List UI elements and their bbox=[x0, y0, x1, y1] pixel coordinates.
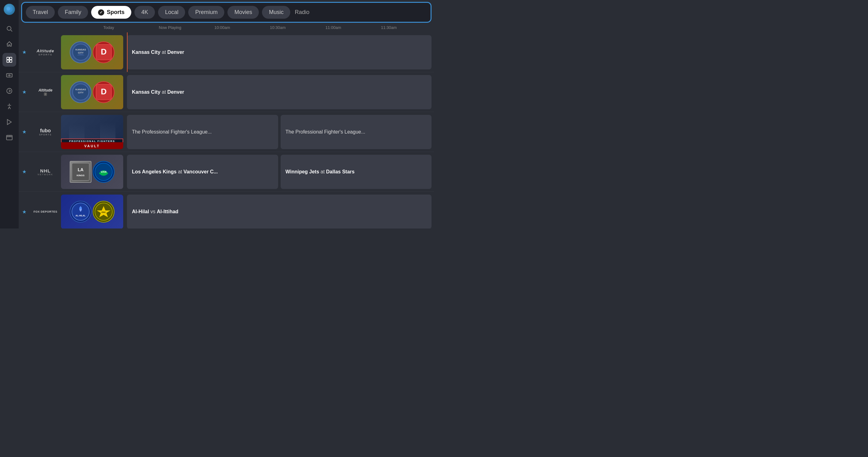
channel-thumbnail-altitude[interactable]: KANSAS CITY D bbox=[61, 35, 123, 69]
filter-chip-sports-label: Sports bbox=[107, 9, 124, 16]
altitude2-sub: 2 bbox=[44, 92, 47, 96]
svg-rect-7 bbox=[10, 60, 12, 62]
filter-chip-travel[interactable]: Travel bbox=[26, 6, 55, 19]
svg-rect-5 bbox=[10, 57, 12, 59]
channel-logo-nhl: NHL NETWORK bbox=[30, 168, 61, 176]
team-badge-kc: KANSAS CITY bbox=[70, 41, 91, 63]
svg-text:VAN: VAN bbox=[101, 170, 106, 173]
svg-point-35 bbox=[79, 207, 82, 209]
filter-chip-radio[interactable]: Radio bbox=[293, 6, 310, 19]
channel-thumbnail-fox[interactable]: AL-HILAL ITFC bbox=[61, 195, 123, 229]
program-slot-nhl-2[interactable]: Winnipeg Jets at Dallas Stars bbox=[281, 155, 432, 189]
program-title-nhl-2: Winnipeg Jets at Dallas Stars bbox=[286, 169, 355, 175]
sidebar bbox=[0, 0, 19, 229]
svg-rect-4 bbox=[7, 57, 9, 59]
channel-star-fox[interactable]: ★ bbox=[19, 209, 30, 215]
program-title-nhl-1: Los Angeles Kings at Vancouver C... bbox=[132, 169, 218, 175]
program-slot-altitude-1[interactable]: Kansas City at Denver bbox=[127, 35, 432, 69]
filter-bar-wrapper: Travel Family ✓ Sports 4K Local Premium … bbox=[21, 2, 432, 23]
app-logo bbox=[4, 4, 15, 15]
sidebar-item-search[interactable] bbox=[2, 22, 16, 35]
timeline-1030: 10:30am bbox=[268, 25, 323, 30]
program-title-fubo-1: The Professional Fighter's League... bbox=[132, 129, 212, 135]
svg-text:KINGS: KINGS bbox=[76, 174, 85, 177]
nhl-logo-text: NHL bbox=[40, 168, 51, 173]
sidebar-item-guide[interactable] bbox=[2, 53, 16, 67]
team-badge-denver2: D bbox=[93, 81, 115, 103]
sidebar-item-home[interactable] bbox=[2, 37, 16, 51]
timeline-today: Today bbox=[101, 25, 156, 30]
svg-text:KANSAS: KANSAS bbox=[75, 88, 86, 91]
program-slot-fubo-1[interactable]: The Professional Fighter's League... bbox=[127, 115, 278, 149]
sidebar-item-video[interactable] bbox=[2, 115, 16, 129]
svg-text:AL-HILAL: AL-HILAL bbox=[75, 215, 86, 217]
channel-row-altitude2: ★ Altitude 2 KANSAS CITY bbox=[19, 72, 434, 112]
program-title-altitude2-1: Kansas City at Denver bbox=[132, 89, 184, 95]
program-slot-altitude2-1[interactable]: Kansas City at Denver bbox=[127, 75, 432, 109]
svg-marker-13 bbox=[7, 119, 11, 125]
timeline-1130: 11:30am bbox=[379, 25, 434, 30]
svg-line-3 bbox=[10, 30, 12, 31]
timeline-1000: 10:00am bbox=[212, 25, 268, 30]
svg-text:CITY: CITY bbox=[78, 91, 84, 94]
filter-chip-premium[interactable]: Premium bbox=[188, 6, 224, 19]
svg-text:CITY: CITY bbox=[78, 51, 84, 54]
svg-text:KANSAS: KANSAS bbox=[75, 48, 86, 51]
main-content: Travel Family ✓ Sports 4K Local Premium … bbox=[19, 0, 434, 229]
channel-logo-altitude: Altitude SPORTS bbox=[30, 49, 61, 56]
channels-list: ★ Altitude SPORTS KANSAS CITY bbox=[19, 31, 434, 229]
program-slot-fubo-2[interactable]: The Professional Fighter's League... bbox=[281, 115, 432, 149]
fubo-sub-text: SPORTS bbox=[39, 134, 52, 136]
channel-logo-fox: FOX DEPORTES bbox=[30, 210, 61, 213]
channel-thumbnail-fubo[interactable]: PROFESSIONAL FIGHTERS LEAGUE VAULT bbox=[61, 115, 123, 149]
filter-chip-local[interactable]: Local bbox=[158, 6, 185, 19]
channel-row-fubo: ★ fubo SPORTS bbox=[19, 112, 434, 152]
team-badge-la: LA KINGS bbox=[70, 161, 91, 183]
channel-star-altitude2[interactable]: ★ bbox=[19, 89, 30, 95]
filter-bar: Travel Family ✓ Sports 4K Local Premium … bbox=[26, 6, 427, 19]
sidebar-item-sports[interactable] bbox=[2, 99, 16, 113]
channel-row-nhl: ★ NHL NETWORK LA KINGS bbox=[19, 152, 434, 192]
program-title-fubo-2: The Professional Fighter's League... bbox=[286, 129, 366, 135]
filter-chip-family[interactable]: Family bbox=[58, 6, 88, 19]
timeline-now-playing: Now Playing bbox=[156, 25, 212, 30]
sidebar-item-movies[interactable] bbox=[2, 131, 16, 144]
svg-text:ITFC: ITFC bbox=[101, 211, 106, 213]
filter-chip-movies[interactable]: Movies bbox=[227, 6, 259, 19]
program-slots-fox: Al-Hilal vs Al-Ittihad bbox=[127, 195, 434, 229]
svg-point-12 bbox=[7, 88, 12, 94]
nhl-subtitle: NETWORK bbox=[38, 173, 53, 176]
channel-star-altitude[interactable]: ★ bbox=[19, 49, 30, 55]
filter-chip-music[interactable]: Music bbox=[262, 6, 290, 19]
program-slot-nhl-1[interactable]: Los Angeles Kings at Vancouver C... bbox=[127, 155, 278, 189]
svg-rect-6 bbox=[7, 60, 9, 62]
team-badge-kc2: KANSAS CITY bbox=[70, 81, 91, 103]
channel-thumbnail-nhl[interactable]: LA KINGS VAN bbox=[61, 155, 123, 189]
altitude-logo-text: Altitude bbox=[37, 49, 54, 53]
program-slots-altitude: Kansas City at Denver bbox=[127, 35, 434, 69]
channel-star-fubo[interactable]: ★ bbox=[19, 129, 30, 135]
program-slot-fox-1[interactable]: Al-Hilal vs Al-Ittihad bbox=[127, 195, 432, 229]
channel-logo-fubo: fubo SPORTS bbox=[30, 128, 61, 136]
sidebar-item-on-demand[interactable] bbox=[2, 84, 16, 98]
channel-thumbnail-altitude2[interactable]: KANSAS CITY D bbox=[61, 75, 123, 109]
check-icon: ✓ bbox=[98, 9, 104, 16]
filter-chip-4k[interactable]: 4K bbox=[134, 6, 155, 19]
team-badge-denver: D bbox=[93, 41, 115, 63]
svg-point-2 bbox=[7, 26, 11, 30]
channel-star-nhl[interactable]: ★ bbox=[19, 169, 30, 175]
svg-text:D: D bbox=[101, 47, 107, 56]
altitude-sports-text: SPORTS bbox=[38, 53, 53, 56]
svg-text:LA: LA bbox=[78, 167, 84, 172]
sidebar-item-dvr[interactable] bbox=[2, 68, 16, 82]
program-slots-nhl: Los Angeles Kings at Vancouver C... Winn… bbox=[127, 155, 434, 189]
team-badge-van: VAN bbox=[93, 161, 115, 183]
program-title-fox-1: Al-Hilal vs Al-Ittihad bbox=[132, 209, 178, 215]
vault-label: VAULT bbox=[84, 144, 100, 148]
filter-chip-sports[interactable]: ✓ Sports bbox=[91, 6, 131, 19]
channel-logo-altitude2: Altitude 2 bbox=[30, 88, 61, 96]
channel-row-fox-deportes: ★ FOX DEPORTES AL-HI bbox=[19, 192, 434, 229]
svg-rect-8 bbox=[6, 74, 12, 77]
program-slots-altitude2: Kansas City at Denver bbox=[127, 75, 434, 109]
fox-dep-logo-text: FOX DEPORTES bbox=[34, 210, 58, 213]
